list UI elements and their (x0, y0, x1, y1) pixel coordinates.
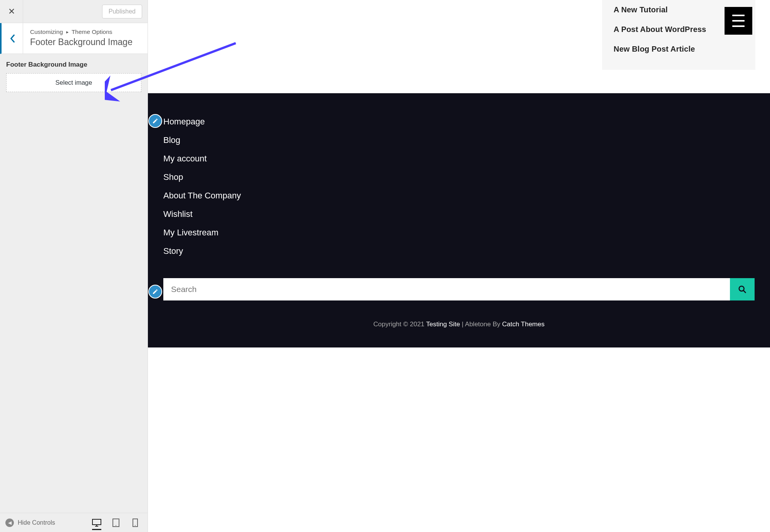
svg-point-4 (135, 525, 136, 526)
footer-nav-menu: Homepage Blog My account Shop About The … (148, 112, 770, 260)
device-preview-toggles (92, 519, 142, 527)
breadcrumb-section: Theme Options (72, 29, 112, 35)
footer-nav-item[interactable]: My Livestream (163, 223, 770, 242)
pencil-icon (152, 289, 158, 295)
copyright-prefix: Copyright © 2021 (373, 321, 426, 328)
close-icon: ✕ (8, 7, 15, 17)
hamburger-bar-icon (732, 20, 745, 22)
breadcrumb-text: Customizing ▸ Theme Options Footer Backg… (23, 23, 148, 54)
hide-controls-button[interactable]: ◀ Hide Controls (5, 519, 88, 527)
footer-nav-item[interactable]: Shop (163, 168, 770, 186)
field-label: Footer Background Image (6, 61, 141, 69)
device-tablet-button[interactable] (111, 519, 121, 527)
copyright-theme-link[interactable]: Catch Themes (502, 321, 544, 328)
footer-nav-item[interactable]: Wishlist (163, 205, 770, 223)
close-button[interactable]: ✕ (0, 0, 23, 23)
menu-toggle-button[interactable] (725, 7, 752, 35)
mobile-icon (133, 519, 138, 527)
footer-nav-item[interactable]: My account (163, 149, 770, 168)
select-image-button[interactable]: Select image (6, 73, 141, 92)
search-submit-button[interactable] (730, 278, 755, 300)
site-footer: Homepage Blog My account Shop About The … (148, 93, 770, 347)
search-icon (738, 285, 747, 294)
recent-post-link[interactable]: New Blog Post Article (614, 39, 744, 59)
svg-point-2 (116, 525, 116, 526)
pencil-icon (152, 118, 158, 124)
footer-nav-item[interactable]: About The Company (163, 186, 770, 205)
hamburger-bar-icon (732, 15, 745, 16)
svg-point-5 (739, 286, 744, 291)
breadcrumb-row: Customizing ▸ Theme Options Footer Backg… (0, 23, 148, 54)
tablet-icon (112, 519, 119, 527)
svg-line-6 (743, 290, 746, 293)
footer-nav-item[interactable]: Blog (163, 131, 770, 149)
breadcrumb-title: Footer Background Image (30, 37, 141, 47)
chevron-left-icon (10, 34, 15, 43)
collapse-left-icon: ◀ (5, 519, 14, 527)
footer-nav-item[interactable]: Homepage (163, 112, 770, 131)
breadcrumb-separator-icon: ▸ (66, 29, 69, 35)
hide-controls-label: Hide Controls (18, 519, 55, 526)
footer-copyright: Copyright © 2021 Testing Site | Abletone… (148, 300, 770, 336)
breadcrumb-parent: Customizing (30, 29, 63, 35)
edit-shortcut-nav[interactable] (148, 114, 162, 128)
back-button[interactable] (2, 23, 23, 54)
preview-content-top: A New Tutorial A Post About WordPress Ne… (148, 0, 770, 93)
device-desktop-button[interactable] (92, 519, 101, 530)
publish-status-button[interactable]: Published (102, 5, 142, 18)
edit-shortcut-search[interactable] (148, 285, 162, 299)
svg-rect-0 (92, 519, 101, 525)
sidebar-top-bar: ✕ Published (0, 0, 148, 23)
hamburger-bar-icon (732, 25, 745, 27)
footer-search-form (163, 278, 755, 300)
device-mobile-button[interactable] (131, 519, 140, 527)
copyright-site-link[interactable]: Testing Site (426, 321, 460, 328)
desktop-icon (92, 519, 101, 527)
breadcrumb-path: Customizing ▸ Theme Options (30, 29, 141, 35)
panel-body: Footer Background Image Select image (0, 54, 148, 513)
copyright-mid: | Abletone By (460, 321, 502, 328)
preview-pane: A New Tutorial A Post About WordPress Ne… (148, 0, 770, 532)
search-input[interactable] (163, 278, 730, 300)
sidebar-footer: ◀ Hide Controls (0, 513, 148, 532)
sidebar-top-actions: Published (23, 0, 148, 23)
footer-nav-item[interactable]: Story (163, 242, 770, 260)
customizer-sidebar: ✕ Published Customizing ▸ Theme Options … (0, 0, 148, 532)
